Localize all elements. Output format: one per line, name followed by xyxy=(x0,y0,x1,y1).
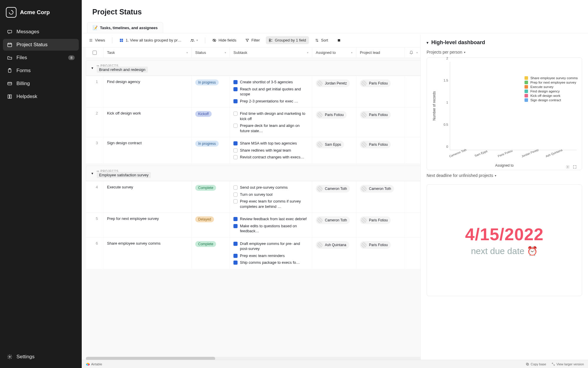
checkbox-icon[interactable] xyxy=(233,99,238,103)
column-header-assigned-to[interactable]: Assigned to▾ xyxy=(312,47,356,58)
subtask-item[interactable]: Send out pre-survey comms xyxy=(233,185,308,190)
tab-tasks[interactable]: 📝 Tasks, timelines, and assignees xyxy=(87,22,163,33)
assigned-to-cell[interactable]: Cameron Toth xyxy=(312,213,356,237)
task-cell[interactable]: Prep for next employee survey xyxy=(103,213,192,237)
subtask-text: Prep 2-3 presentations for exec … xyxy=(240,99,298,104)
project-lead-cell[interactable]: Paris Fotiou xyxy=(356,137,405,163)
sidebar-item-billing[interactable]: Billing xyxy=(3,78,79,89)
task-cell[interactable]: Execute survey xyxy=(103,181,192,213)
people-button[interactable]: ▾ xyxy=(187,37,201,44)
checkbox-icon[interactable] xyxy=(233,199,238,203)
subtask-item[interactable]: Reach out and get initial quotes and sco… xyxy=(233,87,308,97)
dashboard-title[interactable]: ▾ High-level dashboard xyxy=(427,39,582,46)
next-deadline-dropdown[interactable]: Next deadline for unfinished projects ▾ xyxy=(427,173,582,178)
sidebar-item-project-status[interactable]: Project Status xyxy=(3,39,79,51)
subtask-text: Send out pre-survey comms xyxy=(240,185,288,190)
subtask-item[interactable]: Make edits to questions based on feedbac… xyxy=(233,223,308,234)
column-header-task[interactable]: Task▾ xyxy=(103,47,192,58)
gear-icon[interactable] xyxy=(566,165,570,170)
task-cell[interactable]: Sign design contract xyxy=(103,137,192,163)
task-cell[interactable]: Share employee survey comms xyxy=(103,238,192,269)
subtask-item[interactable]: Ship comms package to execs fo… xyxy=(233,260,308,265)
sidebar-item-files[interactable]: Files 8 xyxy=(3,52,79,64)
avatar-icon xyxy=(361,112,367,118)
person-chip: Ash Quintana xyxy=(316,241,349,249)
checkbox-icon[interactable] xyxy=(233,254,238,258)
subtask-item[interactable]: Share redlines with legal team xyxy=(233,148,308,153)
checkbox-icon[interactable] xyxy=(233,261,238,265)
status-cell[interactable]: Kickoff xyxy=(192,107,230,137)
subtask-item[interactable]: Revisit contract changes with execs… xyxy=(233,155,308,160)
view-larger-button[interactable]: View larger version xyxy=(552,362,584,366)
grouped-button[interactable]: Grouped by 1 field xyxy=(266,36,309,44)
subtask-item[interactable]: Prep exec team reminders xyxy=(233,253,308,258)
checkbox-icon[interactable] xyxy=(233,224,238,228)
project-lead-cell[interactable]: Paris Fotiou xyxy=(356,107,405,137)
card-tools xyxy=(566,165,577,170)
chart-y-axis: 00.511.52 xyxy=(438,62,450,150)
assigned-to-cell[interactable]: Jordan Peretz xyxy=(312,76,356,107)
checkbox-icon[interactable] xyxy=(233,112,238,116)
subtask-cell: Share MSA with top two agenciesShare red… xyxy=(230,137,312,163)
status-cell[interactable]: Complete xyxy=(192,181,230,213)
assigned-to-cell[interactable]: Paris Fotiou xyxy=(312,107,356,137)
sort-label: Sort xyxy=(321,38,328,42)
project-lead-cell[interactable]: Cameron Toth xyxy=(356,181,405,213)
checkbox-icon[interactable] xyxy=(233,185,238,190)
status-cell[interactable]: In progress xyxy=(192,76,230,107)
sort-button[interactable]: Sort xyxy=(312,36,331,44)
subtask-item[interactable]: Review feedback from last exec debrief xyxy=(233,216,308,222)
hide-fields-button[interactable]: Hide fields xyxy=(209,36,239,44)
copy-base-button[interactable]: Copy base xyxy=(526,362,546,366)
sidebar-item-forms[interactable]: Forms xyxy=(3,65,79,77)
subtask-item[interactable]: Prep exec team for comms if survey compl… xyxy=(233,199,308,209)
subtask-item[interactable]: Create shortlist of 3-5 agencies xyxy=(233,79,308,85)
subtask-item[interactable]: Find time with design and marketing to k… xyxy=(233,111,308,121)
sidebar-item-settings[interactable]: Settings xyxy=(3,351,79,363)
checkbox-icon[interactable] xyxy=(233,217,238,221)
subtask-cell: Review feedback from last exec debriefMa… xyxy=(230,213,312,237)
filter-button[interactable]: Filter xyxy=(242,36,263,44)
subtask-cell: Draft employee comms for pre- and post-s… xyxy=(230,238,312,269)
color-button[interactable] xyxy=(334,37,344,44)
bell-cell xyxy=(405,76,422,107)
status-cell[interactable]: In progress xyxy=(192,137,230,163)
column-header-subtask[interactable]: Subtask▾ xyxy=(230,47,312,58)
subtask-item[interactable]: Share MSA with top two agencies xyxy=(233,141,308,146)
subtask-item[interactable]: Turn on survey tool xyxy=(233,192,308,197)
person-chip: Paris Fotiou xyxy=(316,111,347,119)
assigned-to-cell[interactable]: Ash Quintana xyxy=(312,238,356,269)
column-header-project-lead[interactable]: Project lead xyxy=(356,47,405,58)
expand-icon[interactable] xyxy=(573,165,577,170)
checkbox-icon[interactable] xyxy=(233,148,238,152)
current-view-button[interactable]: 1. View all tasks grouped by pr… xyxy=(116,36,184,44)
sidebar-item-messages[interactable]: Messages xyxy=(3,26,79,38)
column-header-bell[interactable]: ▾ xyxy=(405,47,422,58)
sidebar-item-helpdesk[interactable]: Helpdesk xyxy=(3,91,79,102)
task-cell[interactable]: Find design agency xyxy=(103,76,192,107)
task-cell[interactable]: Kick off design work xyxy=(103,107,192,137)
projects-per-person-dropdown[interactable]: Projects per person ▾ xyxy=(427,50,582,54)
assigned-to-cell[interactable]: Cameron Toth xyxy=(312,181,356,213)
checkbox-icon[interactable] xyxy=(233,87,238,91)
assigned-to-cell[interactable]: Sam Epps xyxy=(312,137,356,163)
checkbox-icon[interactable] xyxy=(233,242,238,246)
select-all-checkbox[interactable] xyxy=(86,47,103,58)
grouped-label: Grouped by 1 field xyxy=(275,38,306,42)
checkbox-icon[interactable] xyxy=(233,80,238,84)
project-lead-cell[interactable]: Paris Fotiou xyxy=(356,213,405,237)
subtask-item[interactable]: Draft employee comms for pre- and post-s… xyxy=(233,241,308,251)
status-cell[interactable]: Complete xyxy=(192,238,230,269)
column-header-status[interactable]: Status▾ xyxy=(192,47,230,58)
project-lead-cell[interactable]: Paris Fotiou xyxy=(356,238,405,269)
checkbox-icon[interactable] xyxy=(233,155,238,159)
project-lead-cell[interactable]: Paris Fotiou xyxy=(356,76,405,107)
views-button[interactable]: Views xyxy=(86,36,108,44)
subtask-item[interactable]: Prep 2-3 presentations for exec … xyxy=(233,99,308,104)
checkbox-icon[interactable] xyxy=(233,193,238,197)
checkbox-icon[interactable] xyxy=(233,124,238,128)
subtask-item[interactable]: Prepare deck for team and align on futur… xyxy=(233,123,308,133)
checkbox-icon[interactable] xyxy=(233,141,238,145)
sidebar: Acme Corp Messages Project Status Files … xyxy=(0,0,82,368)
status-cell[interactable]: Delayed xyxy=(192,213,230,237)
